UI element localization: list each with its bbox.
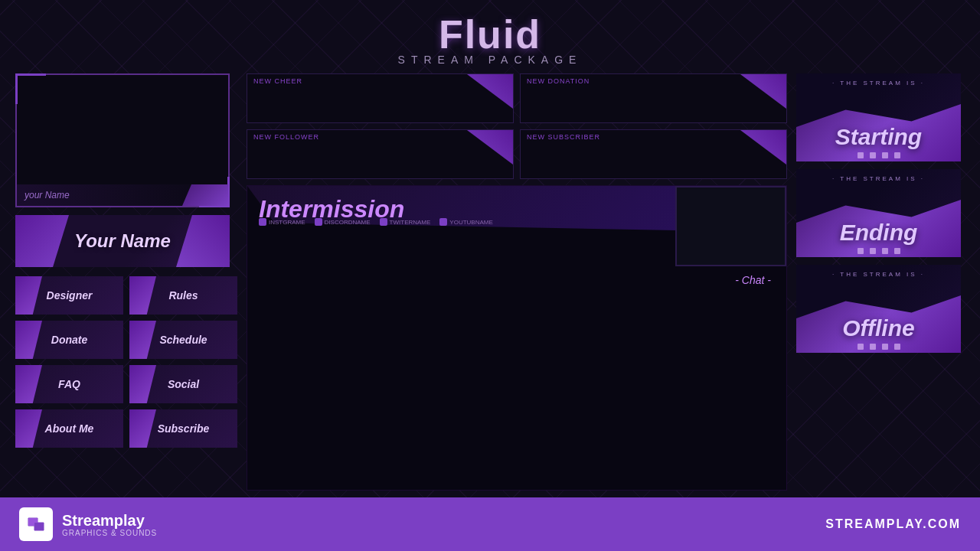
btn-wave: [129, 365, 156, 403]
btn-wave: [129, 276, 156, 315]
starting-social-4: [894, 152, 900, 158]
instagram-icon: [259, 218, 266, 226]
alert-type-3: NEW FOLLOWER: [253, 133, 319, 141]
ending-socials: [796, 248, 961, 254]
alert-wave-2: [740, 74, 786, 109]
btn-social[interactable]: Social: [129, 365, 237, 403]
right-column: · THE STREAM IS · Starting · THE STREAM …: [796, 73, 965, 491]
footer-logo-area: Streamplay GRAPHICS & SOUNDS: [19, 507, 157, 541]
cam-placeholder: [675, 186, 786, 266]
webcam-frame: your Name: [15, 73, 230, 207]
social-4: YOUTUBNAME: [439, 218, 492, 226]
alerts-row-2: NEW FOLLOWER NEW SUBSCRIBER: [247, 129, 787, 179]
alerts-row-1: NEW CHEER NEW DONATION: [247, 73, 787, 123]
btn-wave: [129, 321, 156, 359]
btn-label: Schedule: [159, 334, 207, 346]
btn-label: Designer: [47, 289, 93, 302]
offline-social-4: [894, 344, 900, 350]
ending-social-3: [882, 248, 888, 254]
social-3: TWITERNAME: [380, 218, 431, 226]
left-column: your Name Your Name Designer Rules: [15, 73, 237, 491]
package-title: Fluid: [15, 11, 965, 57]
name-bar-wave: [182, 184, 228, 206]
button-grid: Designer Rules Donate Schedule FAQ: [15, 276, 237, 448]
btn-wave: [129, 409, 156, 448]
starting-social-3: [882, 152, 888, 158]
btn-wave: [15, 276, 42, 315]
starting-social-2: [870, 152, 876, 158]
offline-social-3: [882, 344, 888, 350]
corner-tl: [15, 73, 46, 104]
youtube-icon: [439, 218, 447, 226]
middle-column: NEW CHEER NEW DONATION NEW FOLLOWER NEW …: [247, 73, 787, 491]
btn-wave: [15, 365, 42, 403]
social-2: DISCORDNAME: [315, 218, 371, 226]
footer-url: STREAMPLAY.COM: [825, 517, 961, 531]
alert-type-4: NEW SUBSCRIBER: [527, 133, 600, 141]
starting-title: Starting: [796, 124, 961, 150]
btn-faq[interactable]: FAQ: [15, 365, 123, 403]
btn-wave: [15, 321, 42, 359]
offline-screen: · THE STREAM IS · Offline: [796, 265, 961, 353]
btn-rules[interactable]: Rules: [129, 276, 237, 315]
btn-label: Rules: [168, 289, 198, 302]
webcam-name-bar: your Name: [17, 184, 228, 206]
starting-social-1: [858, 152, 864, 158]
chat-label: - Chat -: [735, 274, 771, 286]
discord-icon: [315, 218, 322, 226]
ending-pre-label: · THE STREAM IS ·: [796, 175, 961, 182]
twitter-icon: [380, 218, 387, 226]
btn-about[interactable]: About Me: [15, 409, 123, 448]
alert-cheer: NEW CHEER: [247, 73, 514, 123]
btn-donate[interactable]: Donate: [15, 321, 123, 359]
alert-follower: NEW FOLLOWER: [247, 129, 514, 179]
btn-subscribe[interactable]: Subscribe: [129, 409, 237, 448]
btn-designer[interactable]: Designer: [15, 276, 123, 315]
banner-wave-left: [15, 215, 69, 267]
offline-socials: [796, 344, 961, 350]
ending-screen: · THE STREAM IS · Ending: [796, 169, 961, 257]
alert-type-2: NEW DONATION: [527, 77, 590, 85]
svg-rect-1: [34, 523, 44, 530]
title-area: Fluid STREAM PACKAGE: [15, 11, 965, 66]
social-1: INSTGRAME: [259, 218, 305, 226]
starting-screen: · THE STREAM IS · Starting: [796, 73, 961, 161]
intermission-screen: Intermission INSTGRAME DISCORDNAME TWITE…: [247, 185, 787, 491]
alert-wave-3: [467, 130, 513, 165]
ending-social-4: [894, 248, 900, 254]
btn-wave: [15, 409, 42, 448]
banner-text: Your Name: [74, 230, 171, 252]
alert-subscriber: NEW SUBSCRIBER: [520, 129, 787, 179]
ending-social-1: [858, 248, 864, 254]
main-grid: your Name Your Name Designer Rules: [15, 73, 965, 491]
starting-pre-label: · THE STREAM IS ·: [796, 80, 961, 86]
streamplay-logo-svg: [24, 512, 48, 536]
name-banner: Your Name: [15, 215, 230, 267]
offline-social-1: [858, 344, 864, 350]
btn-label: Social: [168, 378, 199, 390]
btn-label: Donate: [51, 334, 87, 346]
banner-wave-right: [176, 215, 230, 267]
btn-label: Subscribe: [158, 422, 210, 435]
footer: Streamplay GRAPHICS & SOUNDS STREAMPLAY.…: [0, 497, 980, 551]
package-subtitle: STREAM PACKAGE: [15, 54, 965, 66]
offline-pre-label: · THE STREAM IS ·: [796, 271, 961, 278]
brand-name: Streamplay: [62, 512, 157, 529]
logo-icon: [19, 507, 53, 541]
ending-social-2: [870, 248, 876, 254]
offline-title: Offline: [796, 315, 961, 341]
btn-schedule[interactable]: Schedule: [129, 321, 237, 359]
alert-donation: NEW DONATION: [520, 73, 787, 123]
brand-tagline: GRAPHICS & SOUNDS: [62, 529, 157, 537]
alert-type-1: NEW CHEER: [253, 77, 302, 85]
intermission-socials: INSTGRAME DISCORDNAME TWITERNAME YOUTUBN…: [259, 218, 493, 226]
alert-wave-4: [740, 130, 786, 165]
offline-social-2: [870, 344, 876, 350]
starting-socials: [796, 152, 961, 158]
btn-label: FAQ: [58, 378, 80, 390]
btn-label: About Me: [45, 422, 94, 435]
logo-text-group: Streamplay GRAPHICS & SOUNDS: [62, 512, 157, 537]
ending-title: Ending: [796, 220, 961, 246]
webcam-name-text: your Name: [24, 190, 70, 201]
alert-wave-1: [467, 74, 513, 109]
